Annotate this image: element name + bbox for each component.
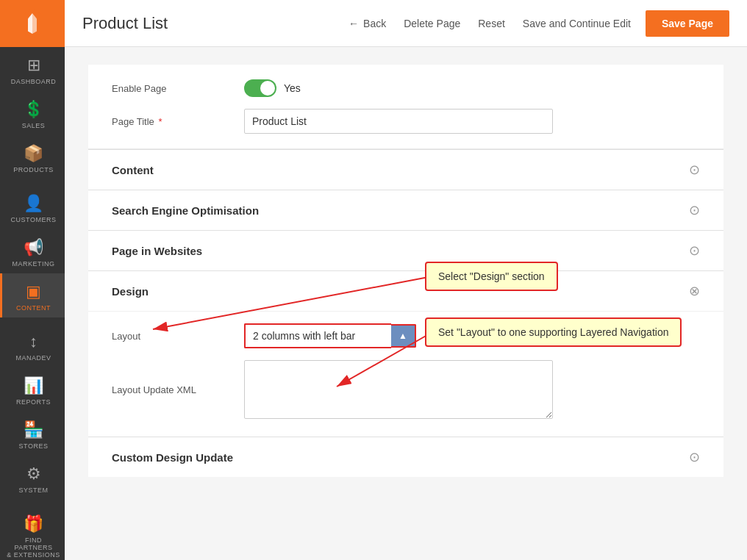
sidebar-item-dashboard[interactable]: ⊞ DASHBOARD (0, 47, 65, 91)
page-title-row: Page Title * (112, 109, 700, 134)
sidebar-item-reports[interactable]: 📊 REPORTS (0, 367, 65, 412)
layout-xml-row: Layout Update XML (112, 360, 700, 419)
enable-page-label: Enable Page (112, 83, 244, 94)
content-accordion-header[interactable]: Content ⊙ (88, 150, 723, 190)
layout-select-wrap: 1 column 2 columns with left bar 2 colum… (244, 323, 416, 348)
sidebar-item-system[interactable]: ⚙ SYSTEM (0, 456, 65, 500)
reset-button[interactable]: Reset (475, 12, 508, 35)
content-section: Content ⊙ (88, 149, 723, 190)
content-area: Enable Page Yes Page Title * (65, 47, 747, 495)
sidebar-item-label: PRODUCTS (13, 166, 54, 173)
sales-icon: 💲 (24, 100, 43, 119)
custom-design-chevron-icon: ⊙ (689, 449, 700, 465)
toggle-wrap: Yes (244, 79, 301, 97)
design-section: Design ⊗ Layout 1 column 2 columns with … (88, 270, 723, 437)
sidebar-item-label: CONTENT (16, 304, 51, 312)
content-section-title: Content (112, 164, 154, 176)
save-page-button[interactable]: Save Page (646, 10, 729, 37)
layout-dropdown-button[interactable]: ▲ (391, 324, 416, 348)
reports-icon: 📊 (24, 376, 43, 395)
custom-design-section-title: Custom Design Update (112, 451, 233, 464)
products-icon: 📦 (24, 144, 43, 163)
sidebar-item-partners[interactable]: 🎁 FIND PARTNERS& EXTENSIONS (0, 506, 65, 560)
design-chevron-icon: ⊗ (689, 283, 700, 299)
design-accordion-header[interactable]: Design ⊗ (88, 271, 723, 311)
design-accordion-body: Layout 1 column 2 columns with left bar … (88, 311, 723, 437)
magento-logo-icon (16, 7, 49, 40)
seo-chevron-icon: ⊙ (689, 202, 700, 218)
page-header: Product List ← Back Delete Page Reset Sa… (65, 0, 747, 47)
partners-icon: 🎁 (24, 514, 43, 534)
page-title-label: Page Title * (112, 116, 244, 127)
custom-design-section: Custom Design Update ⊙ (88, 437, 723, 477)
content-chevron-icon: ⊙ (689, 162, 700, 178)
websites-chevron-icon: ⊙ (689, 243, 700, 259)
enable-page-toggle[interactable] (244, 79, 276, 97)
customers-icon: 👤 (24, 194, 43, 213)
save-continue-button[interactable]: Save and Continue Edit (520, 12, 634, 35)
websites-section: Page in Websites ⊙ (88, 230, 723, 270)
enable-page-yes-label: Yes (284, 82, 301, 94)
sidebar-item-label: SALES (22, 122, 46, 129)
back-button[interactable]: ← Back (346, 12, 389, 35)
page-title-input[interactable] (244, 109, 553, 134)
sidebar-item-content[interactable]: ▣ CONTENT (0, 273, 65, 317)
dashboard-icon: ⊞ (27, 56, 40, 75)
layout-label: Layout (112, 331, 244, 342)
layout-select[interactable]: 1 column 2 columns with left bar 2 colum… (244, 323, 391, 348)
layout-row: Layout 1 column 2 columns with left bar … (112, 323, 700, 348)
sidebar-item-label: FIND PARTNERS& EXTENSIONS (5, 536, 62, 559)
required-indicator: * (158, 116, 162, 127)
custom-design-accordion-header[interactable]: Custom Design Update ⊙ (88, 437, 723, 477)
delete-page-button[interactable]: Delete Page (401, 12, 463, 35)
sidebar-item-label: SYSTEM (18, 487, 48, 494)
sidebar-item-sales[interactable]: 💲 SALES (0, 91, 65, 135)
sidebar: ⊞ DASHBOARD 💲 SALES 📦 PRODUCTS 👤 CUSTOME… (0, 0, 65, 560)
websites-section-title: Page in Websites (112, 245, 202, 257)
seo-section-title: Search Engine Optimisation (112, 204, 259, 217)
sidebar-item-label: CUSTOMERS (11, 216, 57, 223)
sidebar-item-label: DASHBOARD (11, 78, 57, 85)
back-label: Back (363, 18, 386, 29)
sidebar-item-stores[interactable]: 🏪 STORES (0, 412, 65, 456)
websites-accordion-header[interactable]: Page in Websites ⊙ (88, 231, 723, 270)
sidebar-item-marketing[interactable]: 📢 MARKETING (0, 229, 65, 273)
basic-settings-section: Enable Page Yes Page Title * (88, 65, 723, 149)
sidebar-logo (0, 0, 65, 47)
sidebar-item-manadev[interactable]: ↕ MANADEV (0, 323, 65, 367)
layout-xml-textarea[interactable] (244, 360, 553, 419)
layout-xml-label: Layout Update XML (112, 384, 244, 395)
sidebar-item-label: MARKETING (12, 260, 54, 268)
header-actions: ← Back Delete Page Reset Save and Contin… (346, 10, 729, 37)
seo-accordion-header[interactable]: Search Engine Optimisation ⊙ (88, 190, 723, 230)
sidebar-item-label: STORES (19, 442, 49, 450)
page-title: Product List (82, 14, 168, 33)
seo-section: Search Engine Optimisation ⊙ (88, 190, 723, 230)
manadev-icon: ↕ (29, 332, 37, 351)
content-icon: ▣ (26, 282, 41, 301)
stores-icon: 🏪 (24, 420, 43, 439)
marketing-icon: 📢 (24, 238, 43, 257)
enable-page-row: Enable Page Yes (112, 79, 700, 97)
sidebar-item-products[interactable]: 📦 PRODUCTS (0, 135, 65, 179)
system-icon: ⚙ (26, 464, 41, 484)
design-section-title: Design (112, 285, 149, 298)
sidebar-item-customers[interactable]: 👤 CUSTOMERS (0, 185, 65, 229)
sidebar-item-label: REPORTS (16, 398, 51, 406)
back-arrow-icon: ← (349, 18, 359, 29)
sidebar-item-label: MANADEV (15, 354, 51, 362)
